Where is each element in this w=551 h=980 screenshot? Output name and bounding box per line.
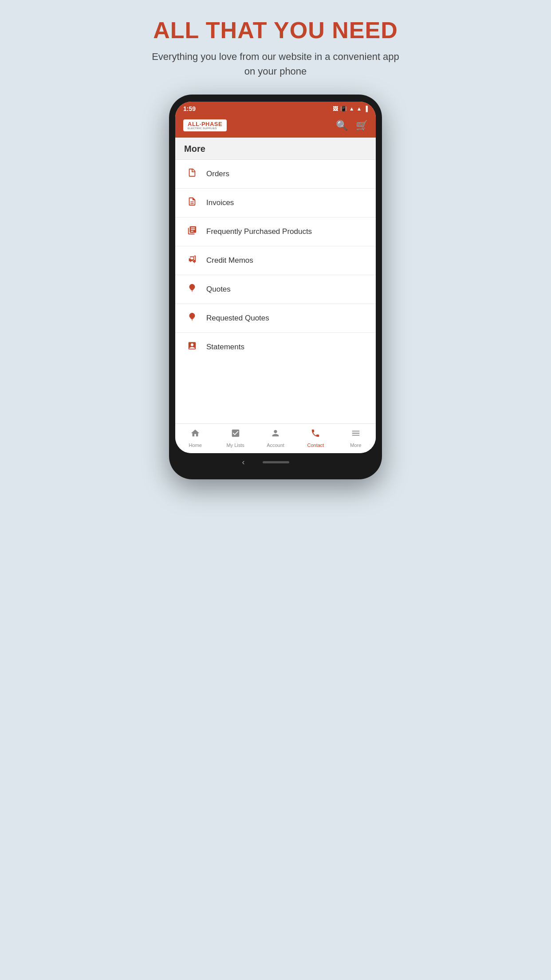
nav-account[interactable]: Account bbox=[256, 424, 295, 453]
page-subtitle: Everything you love from our website in … bbox=[151, 49, 400, 79]
cart-icon[interactable]: 🛒 bbox=[356, 120, 368, 131]
home-icon bbox=[190, 428, 200, 441]
search-icon[interactable]: 🔍 bbox=[336, 120, 348, 131]
signal-icon: ▲ bbox=[357, 106, 362, 112]
frequently-purchased-icon bbox=[184, 225, 200, 238]
section-header: More bbox=[175, 138, 376, 160]
battery-icon: ▐ bbox=[364, 106, 368, 112]
nav-account-label: Account bbox=[267, 443, 284, 448]
frequently-purchased-label: Frequently Purchased Products bbox=[206, 227, 312, 236]
nav-my-lists[interactable]: My Lists bbox=[215, 424, 255, 453]
page-header: ALL THAT YOU NEED Everything you love fr… bbox=[151, 18, 400, 79]
orders-label: Orders bbox=[206, 170, 229, 178]
menu-item-requested-quotes[interactable]: Requested Quotes bbox=[175, 304, 376, 333]
nav-home-label: Home bbox=[189, 443, 202, 448]
menu-item-statements[interactable]: Statements bbox=[175, 333, 376, 361]
menu-list: Orders Invoices Frequently Purchased Pro… bbox=[175, 160, 376, 361]
nav-more-label: More bbox=[350, 443, 361, 448]
requested-quotes-icon bbox=[184, 312, 200, 324]
header-icons: 🔍 🛒 bbox=[336, 120, 368, 131]
menu-item-credit-memos[interactable]: Credit Memos bbox=[175, 246, 376, 275]
account-icon bbox=[271, 428, 280, 441]
nav-contact-label: Contact bbox=[307, 443, 324, 448]
statements-icon bbox=[184, 341, 200, 353]
phone-screen: 1:59 🖼 📳 ▲ ▲ ▐ ALL·PHASE ELECTRIC SUPPLI… bbox=[175, 102, 376, 453]
invoices-icon bbox=[184, 197, 200, 209]
content-spacer bbox=[175, 361, 376, 423]
credit-memos-label: Credit Memos bbox=[206, 256, 253, 265]
orders-icon bbox=[184, 168, 200, 180]
nav-my-lists-label: My Lists bbox=[226, 443, 244, 448]
my-lists-icon bbox=[231, 428, 240, 441]
home-pill bbox=[263, 461, 289, 463]
spacer bbox=[307, 461, 309, 463]
photo-icon: 🖼 bbox=[333, 106, 338, 112]
invoices-label: Invoices bbox=[206, 198, 234, 207]
quotes-label: Quotes bbox=[206, 285, 231, 294]
logo-text: ALL·PHASE bbox=[188, 121, 222, 127]
vibrate-icon: 📳 bbox=[340, 106, 347, 112]
back-arrow-icon: ‹ bbox=[242, 458, 245, 467]
status-bar: 1:59 🖼 📳 ▲ ▲ ▐ bbox=[175, 102, 376, 115]
phone-shell: 1:59 🖼 📳 ▲ ▲ ▐ ALL·PHASE ELECTRIC SUPPLI… bbox=[169, 95, 382, 479]
menu-item-invoices[interactable]: Invoices bbox=[175, 189, 376, 217]
menu-item-frequently-purchased[interactable]: Frequently Purchased Products bbox=[175, 217, 376, 246]
menu-item-orders[interactable]: Orders bbox=[175, 160, 376, 189]
app-header: ALL·PHASE ELECTRIC SUPPLIES 🔍 🛒 bbox=[175, 115, 376, 138]
app-logo: ALL·PHASE ELECTRIC SUPPLIES bbox=[183, 119, 227, 131]
statements-label: Statements bbox=[206, 343, 244, 352]
quotes-icon bbox=[184, 283, 200, 296]
phone-bottom-bar: ‹ bbox=[175, 453, 376, 469]
status-icons: 🖼 📳 ▲ ▲ ▐ bbox=[333, 106, 368, 112]
menu-item-quotes[interactable]: Quotes bbox=[175, 275, 376, 304]
wifi-icon: ▲ bbox=[349, 106, 354, 112]
bottom-nav: Home My Lists Account Contact bbox=[175, 423, 376, 453]
credit-memos-icon bbox=[184, 254, 200, 267]
contact-icon bbox=[311, 428, 320, 441]
status-time: 1:59 bbox=[183, 105, 196, 112]
logo-subtext: ELECTRIC SUPPLIES bbox=[188, 127, 222, 130]
requested-quotes-label: Requested Quotes bbox=[206, 314, 269, 323]
nav-more[interactable]: More bbox=[336, 424, 376, 453]
more-icon bbox=[351, 428, 361, 441]
nav-contact[interactable]: Contact bbox=[295, 424, 335, 453]
page-title: ALL THAT YOU NEED bbox=[151, 18, 400, 43]
nav-home[interactable]: Home bbox=[175, 424, 215, 453]
main-content: More Orders Invoices bbox=[175, 138, 376, 423]
